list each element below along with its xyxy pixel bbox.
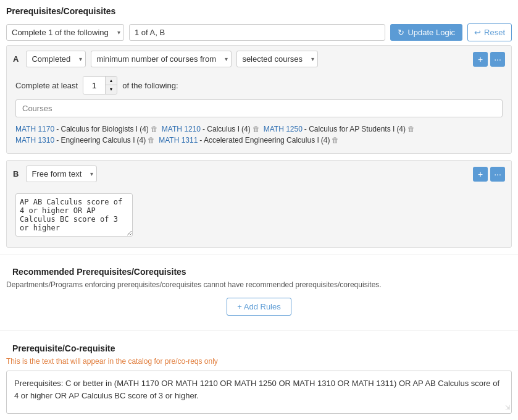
course-credits-1170: (4) [140,125,149,133]
courses-search-input[interactable] [15,99,503,117]
course-link-1311[interactable]: MATH 1311 [159,136,198,145]
course-credits-1210: (4) [241,125,251,133]
selected-courses-dropdown-wrapper: selected courses ▾ [236,51,318,67]
prereq-title: Prerequisite/Co-requisite [6,337,512,357]
list-item: MATH 1310 - Engineering Calculus I (4) 🗑 [15,136,155,145]
delete-course-1310[interactable]: 🗑 [148,136,155,145]
prereq-text-box: Prerequisites: C or better in (MATH 1170… [6,371,512,414]
list-item: MATH 1170 - Calculus for Biologists I (4… [15,125,158,133]
rule-a-more-button[interactable]: ··· [490,52,505,67]
of-the-following-label: of the following: [122,81,178,90]
rule-block-b: B Free form text ▾ + ··· AP AB Calculus … [6,160,512,248]
min-course-dropdown[interactable]: minimum number of courses from [91,51,232,67]
rule-block-a: A Completed ▾ minimum number of courses … [6,45,512,154]
rule-b-more-button[interactable]: ··· [490,167,505,182]
min-course-dropdown-wrapper: minimum number of courses from ▾ [91,51,232,67]
course-credits-1311: (4) [321,136,330,145]
at-least-input[interactable] [83,77,106,94]
course-desc-1170: - Calculus for Biologists I [56,125,138,133]
add-rules-center: + Add Rules [6,295,512,323]
course-credits-1310: (4) [137,136,146,145]
prerequisites-section: Prerequisites/Corequisites Complete 1 of… [0,0,518,420]
add-rules-button[interactable]: + Add Rules [227,298,291,316]
delete-course-1311[interactable]: 🗑 [332,136,339,145]
rule-a-header: A Completed ▾ minimum number of courses … [7,46,511,72]
course-link-1250[interactable]: MATH 1250 [264,125,303,133]
stepper-buttons: ▴ ▾ [106,77,117,94]
dots-icon-b: ··· [494,169,501,179]
list-item: MATH 1250 - Calculus for AP Students I (… [264,125,415,133]
rule-a-label: A [13,54,19,64]
reset-icon: ↩ [474,28,481,37]
course-link-1310[interactable]: MATH 1310 [15,136,54,145]
plus-icon-b: + [478,169,483,179]
rule-a-actions: + ··· [473,52,505,67]
recommended-title: Recommended Prerequisites/Corequisites [6,261,512,280]
recommended-section: Recommended Prerequisites/Corequisites D… [0,254,518,327]
freeform-dropdown[interactable]: Free form text [26,166,97,182]
rule-b-label: B [13,169,19,178]
rule-a-add-button[interactable]: + [473,52,488,67]
rule-b-add-button[interactable]: + [473,167,488,182]
prereq-subtitle: This is the text that will appear in the… [6,357,512,366]
logic-dropdown[interactable]: Complete 1 of the following [6,24,124,41]
rule-b-actions: + ··· [473,167,505,182]
course-desc-1311: - Accelerated Engineering Calculus I [199,136,319,145]
completed-dropdown-wrapper: Completed ▾ [26,51,86,67]
rule-b-header: B Free form text ▾ + ··· [7,161,511,187]
course-link-1210[interactable]: MATH 1210 [162,125,201,133]
freeform-dropdown-wrapper: Free form text ▾ [26,166,97,182]
reset-button[interactable]: ↩ Reset [467,23,512,41]
resize-handle[interactable]: ⇲ [505,403,510,412]
delete-course-1250[interactable]: 🗑 [407,125,415,133]
update-logic-button[interactable]: ↻ Update Logic [390,24,462,41]
section-title: Prerequisites/Corequisites [0,0,518,20]
course-credits-1250: (4) [396,125,406,133]
course-tags-list: MATH 1170 - Calculus for Biologists I (4… [15,125,503,133]
recommended-desc: Departments/Programs enforcing prerequis… [6,280,512,289]
selected-courses-dropdown[interactable]: selected courses [236,51,318,67]
plus-icon-a: + [478,54,483,64]
course-desc-1250: - Calculus for AP Students I [304,125,395,133]
complete-at-least-label: Complete at least [15,81,78,90]
top-bar: Complete 1 of the following ▾ ↻ Update L… [0,20,518,45]
stepper-up[interactable]: ▴ [106,77,117,85]
course-tags-row2: MATH 1310 - Engineering Calculus I (4) 🗑… [15,136,503,145]
complete-at-least-row: Complete at least ▴ ▾ of the following: [15,76,503,94]
completed-dropdown[interactable]: Completed [26,51,86,67]
rule-b-body: AP AB Calculus score of 4 or higher OR A… [7,187,511,247]
course-desc-1210: - Calculus I [203,125,240,133]
prereq-coreq-section: Prerequisite/Co-requisite This is the te… [0,330,518,420]
list-item: MATH 1210 - Calculus I (4) 🗑 [162,125,260,133]
course-desc-1310: - Engineering Calculus I [56,136,135,145]
freeform-textarea[interactable]: AP AB Calculus score of 4 or higher OR A… [15,193,133,237]
delete-course-1170[interactable]: 🗑 [151,125,158,133]
dots-icon-a: ··· [494,54,501,64]
prereq-text: Prerequisites: C or better in (MATH 1170… [14,379,499,400]
rule-a-body: Complete at least ▴ ▾ of the following: … [7,72,511,153]
logic-text-input[interactable] [129,24,385,41]
logic-dropdown-wrapper: Complete 1 of the following ▾ [6,24,124,41]
list-item: MATH 1311 - Accelerated Engineering Calc… [159,136,339,145]
delete-course-1210[interactable]: 🗑 [253,125,260,133]
update-icon: ↻ [398,28,404,37]
course-link-1170[interactable]: MATH 1170 [15,125,54,133]
at-least-stepper: ▴ ▾ [83,76,117,94]
stepper-down[interactable]: ▾ [106,85,117,94]
